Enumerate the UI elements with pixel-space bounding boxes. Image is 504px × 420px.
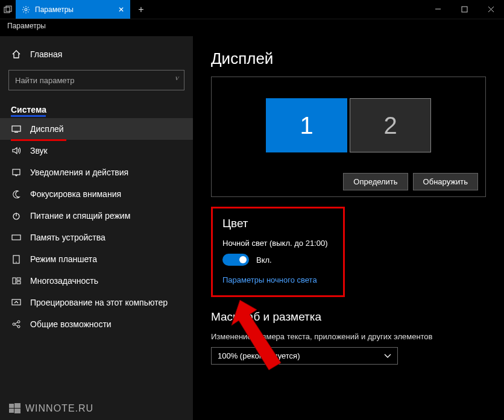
main-content: Дисплей 1 2 Определить Обнаружить Цвет Н…	[193, 36, 504, 420]
color-section-highlight: Цвет Ночной свет (выкл. до 21:00) Вкл. П…	[211, 207, 345, 297]
sidebar-section-title: Система	[0, 99, 193, 118]
sidebar-item-label: Главная	[30, 49, 62, 59]
svg-point-20	[13, 323, 15, 325]
watermark: WINNOTE.RU	[8, 402, 93, 415]
search-input[interactable]: Найти параметр ⱽ	[8, 70, 184, 90]
toggle-knob	[239, 256, 247, 263]
sidebar-item-multitask[interactable]: Многозадачность	[0, 270, 193, 292]
sidebar-item-label: Общие возможности	[30, 319, 112, 329]
titlebar: Параметры ✕ +	[0, 0, 504, 19]
multitask-icon	[11, 277, 22, 284]
svg-rect-0	[4, 7, 10, 13]
svg-point-2	[25, 8, 27, 11]
sidebar-home[interactable]: Главная	[0, 43, 193, 65]
sidebar-item-label: Питание и спящий режим	[30, 211, 130, 221]
dropdown-value: 100% (рекомендуется)	[218, 351, 300, 360]
gear-icon	[22, 5, 30, 14]
svg-rect-27	[14, 403, 20, 408]
maximize-button[interactable]	[451, 0, 477, 19]
svg-line-24	[15, 325, 17, 326]
annotation-underline-blue	[11, 115, 46, 117]
watermark-text: WINNOTE.RU	[25, 403, 93, 414]
subheader: Параметры	[0, 19, 504, 36]
svg-rect-29	[14, 409, 20, 413]
project-icon	[11, 299, 22, 307]
svg-rect-17	[17, 278, 20, 280]
scale-dropdown[interactable]: 100% (рекомендуется)	[211, 347, 398, 365]
sidebar-item-label: Память устройства	[30, 233, 106, 242]
sidebar-item-tablet[interactable]: Режим планшета	[0, 248, 193, 270]
sidebar-item-power[interactable]: Питание и спящий режим	[0, 205, 193, 227]
storage-icon	[11, 234, 22, 240]
svg-line-23	[15, 322, 17, 324]
night-light-toggle[interactable]	[222, 254, 249, 266]
search-icon: ⱽ	[174, 75, 178, 85]
section-heading-color: Цвет	[222, 217, 333, 230]
share-icon	[11, 320, 22, 328]
moon-icon	[11, 190, 22, 198]
sidebar-item-label: Дисплей	[30, 124, 64, 134]
sidebar-item-projecting[interactable]: Проецирование на этот компьютер	[0, 292, 193, 313]
chevron-down-icon	[384, 354, 391, 359]
scale-sublabel: Изменение размера текста, приложений и д…	[211, 332, 486, 341]
svg-rect-16	[13, 278, 16, 284]
display-arrangement-box: 1 2 Определить Обнаружить	[211, 77, 486, 197]
sidebar-item-storage[interactable]: Память устройства	[0, 227, 193, 248]
svg-rect-12	[12, 235, 20, 240]
sidebar: Главная Найти параметр ⱽ Система Дисплей…	[0, 36, 193, 420]
sidebar-item-focus[interactable]: Фокусировка внимания	[0, 183, 193, 205]
night-light-label: Ночной свет (выкл. до 21:00)	[222, 239, 333, 248]
windows-icon	[8, 402, 22, 415]
svg-point-15	[16, 262, 17, 263]
sidebar-item-label: Проецирование на этот компьютер	[30, 298, 168, 307]
svg-rect-9	[13, 169, 20, 175]
notifications-icon	[11, 168, 22, 177]
sidebar-item-label: Режим планшета	[30, 254, 97, 264]
monitor-1[interactable]: 1	[266, 98, 347, 152]
svg-rect-4	[462, 7, 467, 12]
svg-rect-26	[9, 404, 14, 408]
svg-rect-28	[9, 409, 14, 413]
sidebar-item-sound[interactable]: Звук	[0, 140, 193, 161]
detect-button[interactable]: Обнаружить	[413, 173, 478, 190]
toggle-state-label: Вкл.	[256, 255, 272, 265]
close-tab-icon[interactable]: ✕	[118, 5, 124, 14]
home-icon	[11, 49, 22, 59]
sidebar-item-label: Звук	[30, 146, 48, 155]
multiwindow-icon[interactable]	[4, 5, 12, 14]
sound-icon	[11, 146, 22, 155]
annotation-underline-red	[11, 139, 66, 141]
sidebar-item-label: Фокусировка внимания	[30, 189, 121, 199]
page-title: Дисплей	[211, 49, 486, 68]
minimize-button[interactable]	[424, 0, 451, 19]
svg-rect-1	[6, 6, 11, 11]
tab-label: Параметры	[35, 5, 74, 14]
active-tab[interactable]: Параметры ✕	[16, 0, 130, 19]
tablet-icon	[11, 255, 22, 264]
close-button[interactable]	[477, 0, 504, 19]
section-heading-scale: Масштаб и разметка	[211, 310, 486, 324]
svg-rect-18	[17, 281, 20, 284]
night-light-settings-link[interactable]: Параметры ночного света	[222, 275, 333, 284]
search-placeholder: Найти параметр	[15, 76, 74, 85]
sidebar-item-label: Многозадачность	[30, 276, 98, 286]
svg-rect-19	[12, 299, 20, 305]
sidebar-item-notifications[interactable]: Уведомления и действия	[0, 161, 193, 183]
sidebar-item-label: Уведомления и действия	[30, 168, 128, 177]
monitor-2[interactable]: 2	[350, 98, 431, 152]
sidebar-item-shared[interactable]: Общие возможности	[0, 313, 193, 335]
svg-point-21	[17, 321, 20, 323]
power-icon	[11, 212, 22, 220]
display-icon	[11, 125, 22, 133]
svg-rect-7	[12, 126, 20, 131]
svg-point-22	[17, 325, 20, 328]
sidebar-item-display[interactable]: Дисплей	[0, 118, 193, 140]
new-tab-button[interactable]: +	[130, 0, 152, 19]
identify-button[interactable]: Определить	[343, 173, 408, 190]
